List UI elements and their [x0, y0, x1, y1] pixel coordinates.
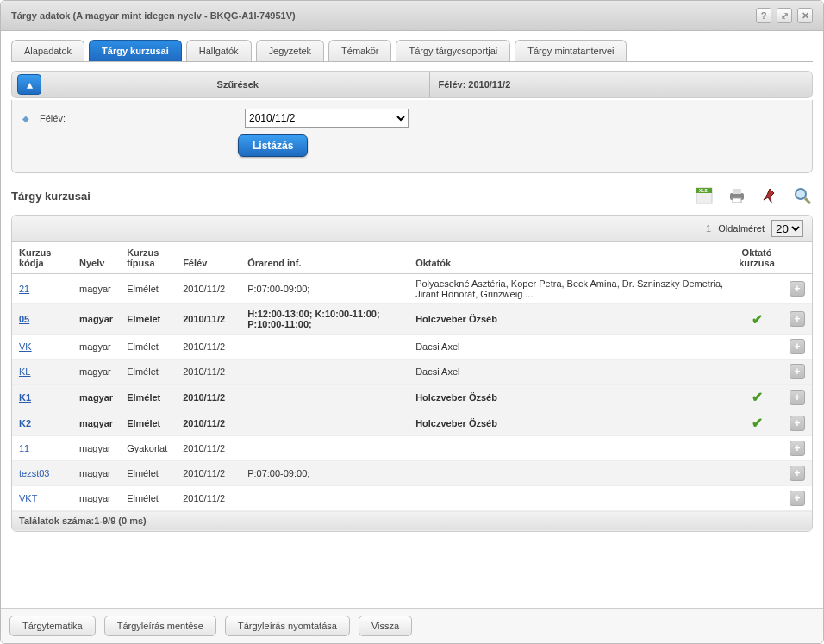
col-actions: [783, 242, 812, 274]
cell-type: Elmélet: [120, 486, 176, 511]
search-icon[interactable]: [792, 185, 813, 206]
cell-type: Elmélet: [120, 360, 176, 385]
cell-teachers: [409, 461, 731, 486]
col-lang[interactable]: Nyelv: [72, 242, 120, 274]
svg-rect-4: [733, 189, 741, 194]
tab-jegyzetek[interactable]: Jegyzetek: [256, 40, 325, 61]
section-title: Tárgy kurzusai: [11, 190, 91, 203]
cell-lang: magyar: [72, 274, 120, 304]
col-type[interactable]: Kurzus típusa: [120, 242, 176, 274]
cell-own: [731, 461, 783, 486]
page-size-label: Oldalméret: [718, 223, 765, 234]
cell-type: Elmélet: [120, 335, 176, 360]
tab-tárgy-mintatantervei[interactable]: Tárgy mintatantervei: [515, 40, 627, 61]
svg-rect-5: [733, 198, 741, 203]
row-expand-button[interactable]: +: [790, 311, 805, 327]
row-expand-button[interactable]: +: [790, 281, 805, 297]
dialog-window: Tárgy adatok (A magyar mint idegen nyelv…: [0, 0, 824, 644]
cell-sched: [240, 385, 409, 410]
grid: 1 Oldalméret 20 Kurzus kódja Nyelv Kurzu…: [11, 215, 813, 532]
svg-text:XLS: XLS: [699, 188, 708, 193]
cell-sem: 2010/11/2: [176, 461, 240, 486]
cell-lang: magyar: [72, 360, 120, 385]
table-row: K1magyarElmélet2010/11/2Holczveber Özséb…: [12, 385, 812, 410]
course-code-link[interactable]: K1: [19, 392, 31, 403]
row-expand-button[interactable]: +: [790, 390, 805, 405]
table-row: 11magyarGyakorlat2010/11/2+: [12, 436, 812, 461]
row-expand-button[interactable]: +: [790, 416, 805, 431]
cell-teachers: Holczveber Özséb: [409, 410, 731, 436]
semester-select[interactable]: 2010/11/2: [245, 109, 409, 128]
pager: 1 Oldalméret 20: [12, 216, 812, 242]
list-button[interactable]: Listázás: [238, 134, 308, 157]
print-icon[interactable]: [727, 185, 747, 206]
check-icon: ✔: [752, 390, 763, 404]
collapse-filters-icon[interactable]: ▴: [17, 74, 41, 95]
row-expand-button[interactable]: +: [790, 339, 805, 354]
col-teachers[interactable]: Oktatók: [409, 242, 731, 274]
check-icon: ✔: [752, 312, 763, 327]
cell-sem: 2010/11/2: [176, 486, 240, 511]
cell-own: ✔: [731, 385, 783, 410]
table-row: KLmagyarElmélet2010/11/2Dacsi Axel+: [12, 360, 812, 385]
course-code-link[interactable]: 05: [19, 314, 29, 324]
table-row: 05magyarElmélet2010/11/2H:12:00-13:00; K…: [12, 304, 812, 335]
titlebar: Tárgy adatok (A magyar mint idegen nyelv…: [1, 1, 823, 31]
bottom-button-vissza[interactable]: Vissza: [359, 616, 412, 636]
col-sem[interactable]: Félév: [176, 242, 240, 274]
row-expand-button[interactable]: +: [790, 364, 805, 379]
row-expand-button[interactable]: +: [790, 491, 805, 506]
course-code-link[interactable]: KL: [19, 366, 30, 377]
cell-type: Gyakorlat: [120, 436, 176, 461]
bottom-button-tárgyleírás-mentése[interactable]: Tárgyleírás mentése: [104, 616, 216, 636]
course-code-link[interactable]: K2: [19, 418, 31, 428]
table-row: tezst03magyarElmélet2010/11/2P:07:00-09:…: [12, 461, 812, 486]
table-row: 21magyarElmélet2010/11/2P:07:00-09:00;Po…: [12, 274, 812, 304]
help-icon[interactable]: ?: [756, 8, 771, 23]
course-code-link[interactable]: 21: [19, 284, 29, 294]
course-code-link[interactable]: 11: [19, 443, 29, 453]
export-xls-icon[interactable]: XLS: [694, 185, 715, 206]
close-icon[interactable]: ✕: [797, 8, 813, 23]
course-code-link[interactable]: VKT: [19, 493, 37, 503]
table-row: VKmagyarElmélet2010/11/2Dacsi Axel+: [12, 335, 812, 360]
table-header-row: Kurzus kódja Nyelv Kurzus típusa Félév Ó…: [12, 242, 812, 274]
expand-icon[interactable]: ⤢: [777, 8, 792, 23]
cell-own: [731, 436, 783, 461]
page-number: 1: [706, 223, 711, 234]
cell-teachers: [409, 486, 731, 511]
col-own[interactable]: Oktató kurzusa: [731, 242, 783, 274]
course-table: Kurzus kódja Nyelv Kurzus típusa Félév Ó…: [12, 242, 812, 531]
diamond-icon: ◆: [22, 114, 29, 123]
tab-tárgy-kurzusai[interactable]: Tárgy kurzusai: [89, 40, 182, 61]
cell-own: [731, 335, 783, 360]
tab-bar: AlapadatokTárgy kurzusaiHallgatókJegyzet…: [11, 40, 813, 62]
tab-tárgy-tárgycsoportjai[interactable]: Tárgy tárgycsoportjai: [396, 40, 510, 61]
page-size-select[interactable]: 20: [771, 220, 803, 237]
semester-label: Félév:: [40, 113, 238, 123]
course-code-link[interactable]: tezst03: [19, 468, 49, 478]
pin-icon[interactable]: [759, 185, 780, 206]
cell-sched: [240, 360, 409, 385]
cell-sched: [240, 486, 409, 511]
cell-lang: magyar: [72, 335, 120, 360]
cell-type: Elmélet: [120, 274, 176, 304]
tab-hallgatók[interactable]: Hallgatók: [186, 40, 252, 61]
bottom-bar: TárgytematikaTárgyleírás mentéseTárgyleí…: [1, 608, 823, 643]
table-row: VKTmagyarElmélet2010/11/2+: [12, 486, 812, 511]
bottom-button-tárgyleírás-nyomtatása[interactable]: Tárgyleírás nyomtatása: [225, 616, 350, 636]
row-expand-button[interactable]: +: [790, 466, 805, 481]
col-sched[interactable]: Órarend inf.: [240, 242, 409, 274]
tab-alapadatok[interactable]: Alapadatok: [11, 40, 84, 61]
row-expand-button[interactable]: +: [790, 441, 805, 456]
cell-sem: 2010/11/2: [176, 360, 240, 385]
col-code[interactable]: Kurzus kódja: [12, 242, 72, 274]
tab-témakör[interactable]: Témakör: [328, 40, 391, 61]
cell-teachers: Holczveber Özséb: [409, 304, 731, 335]
cell-sem: 2010/11/2: [176, 335, 240, 360]
cell-type: Elmélet: [120, 410, 176, 436]
course-code-link[interactable]: VK: [19, 341, 32, 352]
titlebar-actions: ? ⤢ ✕: [756, 8, 813, 23]
bottom-button-tárgytematika[interactable]: Tárgytematika: [9, 616, 96, 636]
cell-type: Elmélet: [120, 461, 176, 486]
